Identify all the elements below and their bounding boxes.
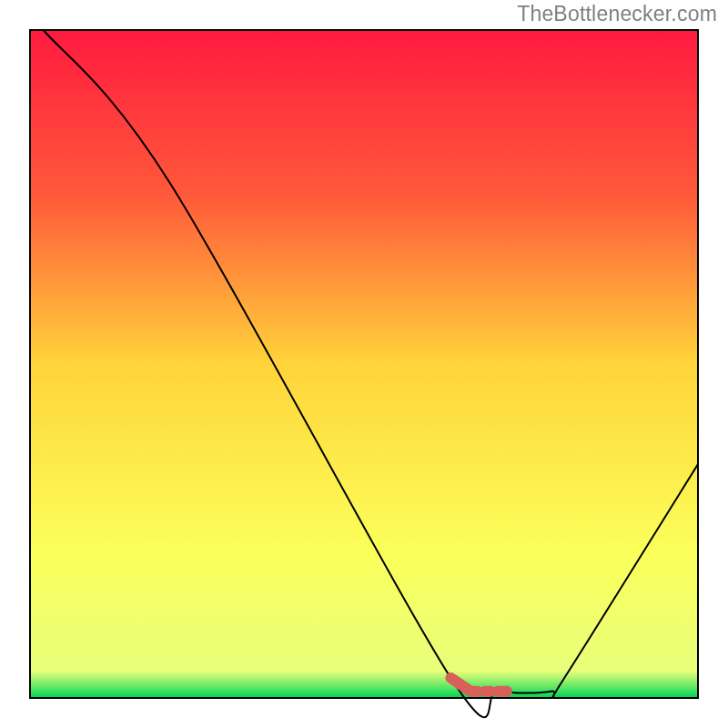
plot-background: [30, 30, 698, 698]
bottleneck-chart: [0, 0, 728, 728]
chart-container: TheBottlenecker.com: [0, 0, 728, 728]
